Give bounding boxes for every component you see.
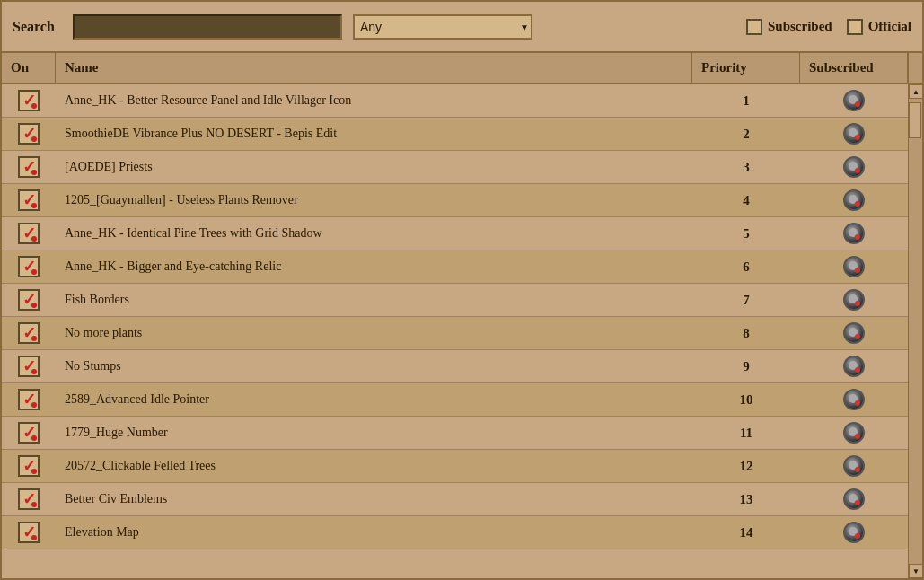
subscribed-cell <box>800 284 908 316</box>
filter-options: Subscribed Official <box>746 19 911 35</box>
name-cell: Elevation Map <box>56 520 692 545</box>
name-cell: No more plants <box>56 321 692 346</box>
subscribed-cell <box>800 516 908 549</box>
subscribed-cell <box>800 250 908 283</box>
mod-enabled-checkbox[interactable] <box>18 422 40 444</box>
subscribed-cell <box>800 217 908 250</box>
priority-cell: 10 <box>692 387 800 413</box>
on-cell <box>2 250 56 283</box>
on-cell <box>2 317 56 349</box>
name-cell: No Stumps <box>56 354 692 379</box>
scrollbar[interactable]: ▲ ▼ <box>908 84 922 578</box>
priority-cell: 4 <box>692 188 800 214</box>
steam-workshop-icon <box>843 189 865 211</box>
header-bar: Search Any Age of Empires II Age of Empi… <box>2 2 922 53</box>
name-cell: SmoothieDE Vibrance Plus NO DESERT - Bep… <box>56 121 692 146</box>
name-cell: 1779_Huge Number <box>56 420 692 445</box>
col-priority: Priority <box>692 53 800 83</box>
on-cell <box>2 516 56 549</box>
steam-workshop-icon <box>843 455 865 477</box>
on-cell <box>2 417 56 449</box>
table-row: No Stumps9 <box>2 350 908 383</box>
name-cell: Better Civ Emblems <box>56 487 692 512</box>
on-cell <box>2 151 56 183</box>
on-cell <box>2 383 56 416</box>
mod-enabled-checkbox[interactable] <box>18 389 40 410</box>
priority-cell: 7 <box>692 287 800 313</box>
mod-enabled-checkbox[interactable] <box>18 322 40 344</box>
steam-workshop-icon <box>843 488 865 510</box>
table-row: Elevation Map14 <box>2 516 908 549</box>
name-cell: Anne_HK - Better Resource Panel and Idle… <box>56 88 692 113</box>
table-row: 20572_Clickable Felled Trees12 <box>2 450 908 483</box>
steam-workshop-icon <box>843 356 865 377</box>
table-row: 1205_[Guaymallen] - Useless Plants Remov… <box>2 184 908 217</box>
scrollbar-header-spacer <box>908 53 922 83</box>
mod-enabled-checkbox[interactable] <box>18 189 40 211</box>
name-cell: 2589_Advanced Idle Pointer <box>56 387 692 412</box>
table-with-scroll: Anne_HK - Better Resource Panel and Idle… <box>2 84 922 578</box>
table-body[interactable]: Anne_HK - Better Resource Panel and Idle… <box>2 84 908 549</box>
subscribed-filter[interactable]: Subscribed <box>746 19 832 35</box>
table-row: Fish Borders7 <box>2 284 908 317</box>
col-on: On <box>2 53 56 83</box>
table-header: On Name Priority Subscribed <box>2 53 922 84</box>
subscribed-cell <box>800 151 908 183</box>
subscribed-cell <box>800 118 908 150</box>
mod-enabled-checkbox[interactable] <box>18 256 40 277</box>
priority-cell: 9 <box>692 354 800 380</box>
priority-cell: 12 <box>692 453 800 479</box>
priority-cell: 1 <box>692 88 800 114</box>
subscribed-cell <box>800 317 908 349</box>
on-cell <box>2 483 56 515</box>
steam-workshop-icon <box>843 223 865 244</box>
mod-enabled-checkbox[interactable] <box>18 522 40 543</box>
subscribed-cell <box>800 350 908 382</box>
mod-enabled-checkbox[interactable] <box>18 455 40 477</box>
mod-enabled-checkbox[interactable] <box>18 356 40 377</box>
priority-cell: 2 <box>692 121 800 147</box>
steam-workshop-icon <box>843 322 865 344</box>
on-cell <box>2 450 56 482</box>
subscribed-filter-label: Subscribed <box>768 19 832 34</box>
table-container: On Name Priority Subscribed Anne_HK - Be… <box>2 53 922 578</box>
dropdown-container: Any Age of Empires II Age of Empires III… <box>353 14 532 40</box>
table-row: No more plants8 <box>2 317 908 350</box>
filter-dropdown[interactable]: Any Age of Empires II Age of Empires III <box>353 14 532 40</box>
subscribed-cell <box>800 84 908 117</box>
mod-enabled-checkbox[interactable] <box>18 289 40 311</box>
table-content: Anne_HK - Better Resource Panel and Idle… <box>2 84 908 578</box>
name-cell: Anne_HK - Identical Pine Trees with Grid… <box>56 221 692 246</box>
subscribed-cell <box>800 483 908 515</box>
scroll-down-button[interactable]: ▼ <box>909 564 922 578</box>
priority-cell: 6 <box>692 254 800 280</box>
official-checkbox[interactable] <box>847 19 863 35</box>
scroll-up-button[interactable]: ▲ <box>909 84 922 99</box>
official-filter[interactable]: Official <box>847 19 911 35</box>
mod-enabled-checkbox[interactable] <box>18 223 40 244</box>
name-cell: Fish Borders <box>56 287 692 312</box>
subscribed-cell <box>800 184 908 216</box>
steam-workshop-icon <box>843 256 865 277</box>
table-row: Anne_HK - Bigger and Eye-catching Relic6 <box>2 250 908 284</box>
table-row: 1779_Huge Number11 <box>2 417 908 450</box>
steam-workshop-icon <box>843 522 865 543</box>
search-label: Search <box>13 19 62 35</box>
scroll-thumb[interactable] <box>909 102 921 138</box>
steam-workshop-icon <box>843 422 865 444</box>
mod-enabled-checkbox[interactable] <box>18 90 40 111</box>
mod-enabled-checkbox[interactable] <box>18 156 40 178</box>
main-window: Search Any Age of Empires II Age of Empi… <box>0 0 924 580</box>
on-cell <box>2 118 56 150</box>
mod-enabled-checkbox[interactable] <box>18 488 40 510</box>
search-input[interactable] <box>73 14 342 40</box>
priority-cell: 8 <box>692 321 800 347</box>
priority-cell: 3 <box>692 154 800 180</box>
subscribed-cell <box>800 383 908 416</box>
scroll-track <box>909 99 922 564</box>
steam-workshop-icon <box>843 156 865 178</box>
subscribed-checkbox[interactable] <box>746 19 762 35</box>
mod-enabled-checkbox[interactable] <box>18 123 40 145</box>
on-cell <box>2 284 56 316</box>
name-cell: Anne_HK - Bigger and Eye-catching Relic <box>56 254 692 279</box>
